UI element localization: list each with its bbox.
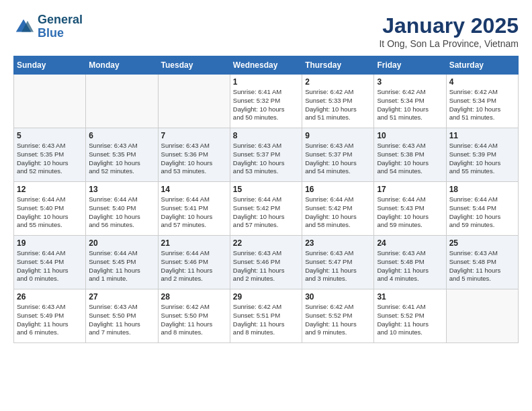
day-number: 19 <box>17 238 83 248</box>
month-title: January 2025 <box>379 13 519 38</box>
calendar-cell: 13Sunrise: 6:44 AMSunset: 5:40 PMDayligh… <box>86 182 158 236</box>
calendar-cell: 31Sunrise: 6:41 AMSunset: 5:52 PMDayligh… <box>374 289 446 343</box>
calendar-cell: 25Sunrise: 6:43 AMSunset: 5:48 PMDayligh… <box>446 236 518 289</box>
calendar-cell: 26Sunrise: 6:43 AMSunset: 5:49 PMDayligh… <box>14 289 86 343</box>
calendar-cell <box>14 75 86 128</box>
cell-info: Sunrise: 6:44 AMSunset: 5:39 PMDaylight:… <box>449 142 515 176</box>
cell-info: Sunrise: 6:43 AMSunset: 5:48 PMDaylight:… <box>377 249 443 283</box>
calendar-cell: 6Sunrise: 6:43 AMSunset: 5:35 PMDaylight… <box>86 128 158 182</box>
day-number: 16 <box>305 185 371 194</box>
calendar-cell: 8Sunrise: 6:43 AMSunset: 5:37 PMDaylight… <box>230 128 302 182</box>
cell-info: Sunrise: 6:44 AMSunset: 5:45 PMDaylight:… <box>89 249 154 283</box>
day-number: 9 <box>305 131 371 140</box>
day-number: 3 <box>377 77 443 87</box>
calendar-cell: 22Sunrise: 6:43 AMSunset: 5:46 PMDayligh… <box>230 236 302 289</box>
cell-info: Sunrise: 6:44 AMSunset: 5:46 PMDaylight:… <box>161 249 227 283</box>
cell-info: Sunrise: 6:44 AMSunset: 5:40 PMDaylight:… <box>89 195 154 230</box>
cell-info: Sunrise: 6:44 AMSunset: 5:44 PMDaylight:… <box>17 249 83 283</box>
calendar-week-row: 26Sunrise: 6:43 AMSunset: 5:49 PMDayligh… <box>14 289 519 343</box>
day-number: 8 <box>233 131 299 140</box>
day-number: 20 <box>89 238 154 248</box>
calendar-cell: 23Sunrise: 6:43 AMSunset: 5:47 PMDayligh… <box>302 236 374 289</box>
day-number: 13 <box>89 185 154 194</box>
calendar-cell: 21Sunrise: 6:44 AMSunset: 5:46 PMDayligh… <box>158 236 230 289</box>
weekday-header-tuesday: Tuesday <box>158 56 230 75</box>
day-number: 10 <box>377 131 443 140</box>
calendar-cell: 16Sunrise: 6:44 AMSunset: 5:42 PMDayligh… <box>302 182 374 236</box>
logo-icon <box>13 17 34 37</box>
cell-info: Sunrise: 6:42 AMSunset: 5:34 PMDaylight:… <box>449 88 515 122</box>
calendar-cell: 4Sunrise: 6:42 AMSunset: 5:34 PMDaylight… <box>446 75 518 128</box>
day-number: 14 <box>161 185 227 194</box>
cell-info: Sunrise: 6:41 AMSunset: 5:52 PMDaylight:… <box>377 303 443 337</box>
day-number: 7 <box>161 131 227 140</box>
calendar-cell: 9Sunrise: 6:43 AMSunset: 5:37 PMDaylight… <box>302 128 374 182</box>
cell-info: Sunrise: 6:42 AMSunset: 5:52 PMDaylight:… <box>305 303 371 337</box>
calendar-cell: 20Sunrise: 6:44 AMSunset: 5:45 PMDayligh… <box>86 236 158 289</box>
logo: General Blue <box>13 13 83 40</box>
weekday-header-thursday: Thursday <box>302 56 374 75</box>
day-number: 30 <box>305 292 371 302</box>
calendar-cell: 17Sunrise: 6:44 AMSunset: 5:43 PMDayligh… <box>374 182 446 236</box>
cell-info: Sunrise: 6:43 AMSunset: 5:48 PMDaylight:… <box>449 249 515 283</box>
cell-info: Sunrise: 6:43 AMSunset: 5:35 PMDaylight:… <box>89 142 154 176</box>
day-number: 22 <box>233 238 299 248</box>
weekday-header-monday: Monday <box>86 56 158 75</box>
cell-info: Sunrise: 6:43 AMSunset: 5:50 PMDaylight:… <box>89 303 154 337</box>
cell-info: Sunrise: 6:43 AMSunset: 5:47 PMDaylight:… <box>305 249 371 283</box>
calendar-week-row: 19Sunrise: 6:44 AMSunset: 5:44 PMDayligh… <box>14 236 519 289</box>
calendar-week-row: 12Sunrise: 6:44 AMSunset: 5:40 PMDayligh… <box>14 182 519 236</box>
calendar-cell: 28Sunrise: 6:42 AMSunset: 5:50 PMDayligh… <box>158 289 230 343</box>
calendar-cell <box>446 289 518 343</box>
cell-info: Sunrise: 6:42 AMSunset: 5:33 PMDaylight:… <box>305 88 371 122</box>
calendar-cell: 7Sunrise: 6:43 AMSunset: 5:36 PMDaylight… <box>158 128 230 182</box>
page-header: General Blue January 2025 It Ong, Son La… <box>13 13 519 49</box>
cell-info: Sunrise: 6:43 AMSunset: 5:37 PMDaylight:… <box>233 142 299 176</box>
calendar-table: SundayMondayTuesdayWednesdayThursdayFrid… <box>13 56 519 343</box>
weekday-header-wednesday: Wednesday <box>230 56 302 75</box>
weekday-header-friday: Friday <box>374 56 446 75</box>
cell-info: Sunrise: 6:43 AMSunset: 5:38 PMDaylight:… <box>377 142 443 176</box>
cell-info: Sunrise: 6:44 AMSunset: 5:43 PMDaylight:… <box>377 195 443 230</box>
calendar-cell: 2Sunrise: 6:42 AMSunset: 5:33 PMDaylight… <box>302 75 374 128</box>
cell-info: Sunrise: 6:44 AMSunset: 5:42 PMDaylight:… <box>305 195 371 230</box>
day-number: 28 <box>161 292 227 302</box>
cell-info: Sunrise: 6:43 AMSunset: 5:35 PMDaylight:… <box>17 142 83 176</box>
day-number: 1 <box>233 77 299 87</box>
calendar-cell: 29Sunrise: 6:42 AMSunset: 5:51 PMDayligh… <box>230 289 302 343</box>
cell-info: Sunrise: 6:43 AMSunset: 5:37 PMDaylight:… <box>305 142 371 176</box>
day-number: 6 <box>89 131 154 140</box>
cell-info: Sunrise: 6:43 AMSunset: 5:49 PMDaylight:… <box>17 303 83 337</box>
calendar-cell: 12Sunrise: 6:44 AMSunset: 5:40 PMDayligh… <box>14 182 86 236</box>
day-number: 23 <box>305 238 371 248</box>
calendar-cell: 18Sunrise: 6:44 AMSunset: 5:44 PMDayligh… <box>446 182 518 236</box>
calendar-cell <box>158 75 230 128</box>
calendar-cell: 5Sunrise: 6:43 AMSunset: 5:35 PMDaylight… <box>14 128 86 182</box>
cell-info: Sunrise: 6:44 AMSunset: 5:42 PMDaylight:… <box>233 195 299 230</box>
calendar-cell: 11Sunrise: 6:44 AMSunset: 5:39 PMDayligh… <box>446 128 518 182</box>
location: It Ong, Son La Province, Vietnam <box>379 38 519 49</box>
day-number: 2 <box>305 77 371 87</box>
day-number: 21 <box>161 238 227 248</box>
day-number: 18 <box>449 185 515 194</box>
calendar-cell: 27Sunrise: 6:43 AMSunset: 5:50 PMDayligh… <box>86 289 158 343</box>
calendar-week-row: 1Sunrise: 6:41 AMSunset: 5:32 PMDaylight… <box>14 75 519 128</box>
logo-line2: Blue <box>38 26 64 40</box>
calendar-header-row: SundayMondayTuesdayWednesdayThursdayFrid… <box>14 56 519 75</box>
title-block: January 2025 It Ong, Son La Province, Vi… <box>379 13 519 49</box>
day-number: 12 <box>17 185 83 194</box>
calendar-cell: 24Sunrise: 6:43 AMSunset: 5:48 PMDayligh… <box>374 236 446 289</box>
calendar-cell <box>86 75 158 128</box>
day-number: 5 <box>17 131 83 140</box>
cell-info: Sunrise: 6:42 AMSunset: 5:51 PMDaylight:… <box>233 303 299 337</box>
cell-info: Sunrise: 6:42 AMSunset: 5:50 PMDaylight:… <box>161 303 227 337</box>
day-number: 17 <box>377 185 443 194</box>
cell-info: Sunrise: 6:43 AMSunset: 5:46 PMDaylight:… <box>233 249 299 283</box>
calendar-cell: 10Sunrise: 6:43 AMSunset: 5:38 PMDayligh… <box>374 128 446 182</box>
cell-info: Sunrise: 6:44 AMSunset: 5:44 PMDaylight:… <box>449 195 515 230</box>
cell-info: Sunrise: 6:43 AMSunset: 5:36 PMDaylight:… <box>161 142 227 176</box>
day-number: 31 <box>377 292 443 302</box>
calendar-cell: 14Sunrise: 6:44 AMSunset: 5:41 PMDayligh… <box>158 182 230 236</box>
weekday-header-sunday: Sunday <box>14 56 86 75</box>
calendar-cell: 3Sunrise: 6:42 AMSunset: 5:34 PMDaylight… <box>374 75 446 128</box>
